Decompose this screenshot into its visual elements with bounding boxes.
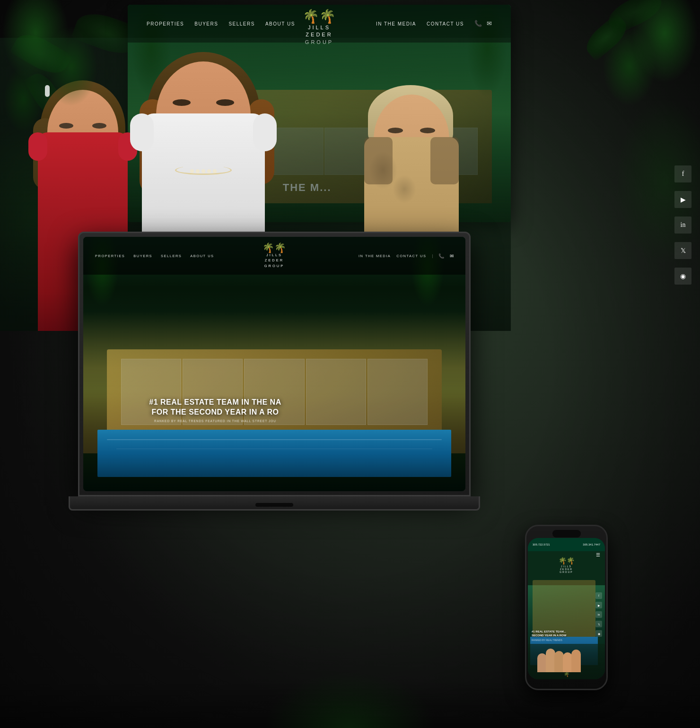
phone-icon: 📞 [474, 20, 482, 27]
pool-reflection-2 [116, 449, 432, 449]
laptop-nav-right: IN THE MEDIA CONTACT US | 📞 ✉ [359, 253, 454, 259]
print-2 [393, 175, 416, 203]
laptop-screen-bezel: PROPERTIES BUYERS SELLERS ABOUT US 🌴🌴 JI… [83, 237, 465, 491]
top-site-nav: PROPERTIES BUYERS SELLERS ABOUT US 🌴🌴 JI… [128, 5, 511, 43]
top-nav-about[interactable]: ABOUT US [265, 21, 295, 26]
laptop-nav-contact[interactable]: CONTACT US [396, 254, 426, 258]
laptop-email-icon: ✉ [450, 253, 454, 259]
w3-lapel-l [364, 137, 393, 184]
team-person-5 [571, 650, 581, 672]
top-nav-right: IN THE MEDIA CONTACT US 📞 ✉ [376, 20, 492, 27]
necklace-pearls [175, 169, 232, 173]
phone-yt-icon[interactable]: ▶ [595, 602, 602, 608]
laptop-logo-text: JILLSZEDERGROUP [264, 252, 285, 269]
top-nav-media[interactable]: IN THE MEDIA [376, 21, 416, 26]
phone-number-right: 305.341.7447 [583, 543, 600, 546]
laptop-headline: #1 REAL ESTATE TEAM IN THE NA FOR THE SE… [83, 398, 347, 423]
phone-ranked-text: RANKED BY REAL TRENDS [532, 639, 595, 641]
laptop-nav-buyers[interactable]: BUYERS [133, 254, 152, 258]
team-person-2 [546, 649, 555, 672]
laptop-nav: PROPERTIES BUYERS SELLERS ABOUT US 🌴🌴 JI… [83, 237, 465, 275]
laptop-nav-sellers[interactable]: SELLERS [161, 254, 182, 258]
laptop-nav-divider: | [432, 254, 433, 258]
laptop-logo: 🌴🌴 JILLSZEDERGROUP [262, 243, 286, 269]
pearl-4 [207, 169, 211, 173]
w2-eye-right [216, 99, 234, 106]
phone-number-left: 305.722.5721 [533, 543, 550, 546]
pearl-5 [213, 169, 217, 173]
w3-lapel-r [430, 137, 459, 184]
laptop-phone-icon: 📞 [438, 253, 444, 259]
laptop-nav-properties[interactable]: PROPERTIES [95, 254, 125, 258]
phone-screen: 305.722.5721 305.341.7447 ☰ 🌴🌴 JILLSZEDE… [528, 538, 605, 679]
laptop-pool [97, 430, 451, 477]
sidebar-youtube-icon[interactable]: ▶ [674, 191, 691, 208]
phone-ig-icon[interactable]: ◉ [595, 630, 602, 637]
phone-status-bar: 305.722.5721 305.341.7447 [528, 538, 605, 551]
team-person-4 [563, 652, 572, 672]
w3-eye-left [388, 128, 403, 133]
top-nav-properties[interactable]: PROPERTIES [147, 21, 184, 26]
laptop-body: PROPERTIES BUYERS SELLERS ABOUT US 🌴🌴 JI… [78, 232, 471, 496]
pearl-1 [190, 169, 194, 173]
w2-shoulder-r [253, 113, 277, 151]
sidebar-instagram-icon[interactable]: ◉ [674, 268, 691, 285]
team-person-3 [554, 651, 564, 672]
top-nav-buyers[interactable]: BUYERS [194, 21, 218, 26]
phone-fb-icon[interactable]: f [595, 592, 602, 599]
laptop-nav-media[interactable]: IN THE MEDIA [359, 254, 391, 258]
sidebar-facebook-icon[interactable]: f [674, 165, 691, 182]
phone-bottom-logo: 🌴 [564, 672, 569, 677]
phone-logo: 🌴🌴 JILLSZEDERGROUP [559, 557, 575, 573]
phone-headline-2: SECOND YEAR IN A ROW [532, 634, 595, 638]
phone-mockup: 305.722.5721 305.341.7447 ☰ 🌴🌴 JILLSZEDE… [525, 525, 608, 690]
w1-shoulder-l [28, 132, 47, 161]
phone-notch [552, 530, 581, 537]
w2-shoulder-l [130, 113, 154, 151]
laptop-mockup: PROPERTIES BUYERS SELLERS ABOUT US 🌴🌴 JI… [69, 232, 480, 511]
w3-eye-right [420, 128, 435, 133]
phone-team-photo: 🌴 [528, 644, 605, 679]
team-person-1 [537, 653, 547, 672]
email-icon: ✉ [487, 20, 492, 27]
glass-panel-5 [368, 359, 428, 425]
laptop-palm-icon: 🌴🌴 [262, 243, 286, 252]
top-palm-icon: 🌴🌴 [303, 9, 336, 24]
laptop-headline-line2: FOR THE SECOND YEAR IN A RO [93, 407, 338, 417]
laptop-headline-sub: RANKED BY REAL TRENDS FEATURED IN THE WA… [93, 419, 338, 423]
laptop-base [69, 496, 480, 511]
laptop-screen: PROPERTIES BUYERS SELLERS ABOUT US 🌴🌴 JI… [83, 237, 465, 491]
w1-eye-right [92, 123, 106, 129]
phone-menu-icon[interactable]: ☰ [596, 552, 600, 557]
phone-body: 305.722.5721 305.341.7447 ☰ 🌴🌴 JILLSZEDE… [525, 525, 608, 690]
laptop-notch [255, 503, 293, 507]
w2-eye-left [173, 99, 191, 106]
phone-social-icons: f ▶ in 𝕏 ◉ [595, 592, 602, 637]
laptop-nav-about[interactable]: ABOUT US [190, 254, 214, 258]
social-sidebar: f ▶ in 𝕏 ◉ [674, 165, 691, 285]
top-nav-sellers[interactable]: SELLERS [228, 21, 255, 26]
w1-earring [45, 85, 50, 97]
pearl-3 [201, 169, 205, 173]
phone-li-icon[interactable]: in [595, 611, 602, 618]
top-nav-contact[interactable]: CONTACT US [427, 21, 464, 26]
pool-reflection-1 [107, 439, 442, 440]
top-nav-left: PROPERTIES BUYERS SELLERS ABOUT US [147, 21, 295, 26]
sidebar-linkedin-icon[interactable]: in [674, 217, 691, 234]
w1-eye-left [59, 123, 73, 129]
phone-palm-icon: 🌴🌴 [559, 557, 575, 565]
phone-tw-icon[interactable]: 𝕏 [595, 621, 602, 627]
sidebar-twitter-icon[interactable]: 𝕏 [674, 242, 691, 259]
phone-logo-text: JILLSZEDERGROUP [560, 565, 573, 573]
top-site-icons: 📞 ✉ [474, 20, 492, 27]
pearl-2 [196, 169, 200, 173]
laptop-headline-line1: #1 REAL ESTATE TEAM IN THE NA [93, 398, 338, 407]
laptop-nav-left: PROPERTIES BUYERS SELLERS ABOUT US [95, 254, 214, 258]
phone-headline-text: #1 REAL ESTATE TEAM... SECOND YEAR IN A … [532, 630, 595, 641]
